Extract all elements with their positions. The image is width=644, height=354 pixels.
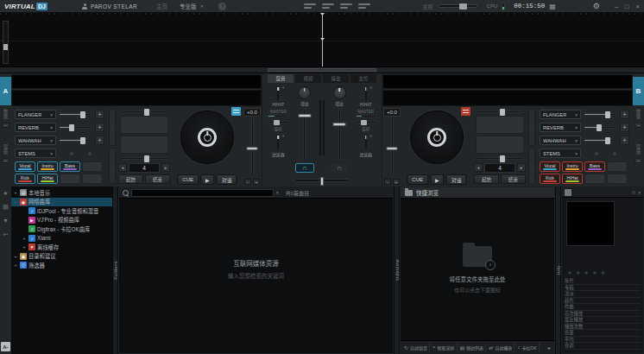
- search-input[interactable]: [131, 189, 274, 197]
- wave-layout-icon[interactable]: [340, 3, 352, 10]
- loop-out-button[interactable]: 结束: [501, 174, 526, 184]
- fx-select-dropdown[interactable]: REVERB▾: [540, 123, 581, 132]
- wave-layout-icon[interactable]: [304, 3, 316, 10]
- folders-vertical-tab[interactable]: Folders: [112, 186, 118, 354]
- chevron-down-icon[interactable]: ▾: [369, 85, 371, 90]
- fx-amount-slider[interactable]: [59, 113, 92, 116]
- chevron-down-icon[interactable]: ▾: [276, 190, 279, 195]
- stems-dropdown[interactable]: STEMS▾: [540, 149, 581, 158]
- stem-pad-instru[interactable]: Instru: [37, 161, 58, 172]
- user-account-button[interactable]: PAROV STELAR: [82, 3, 137, 9]
- loop-in-button[interactable]: 起始: [118, 174, 143, 184]
- blank-pad[interactable]: [607, 174, 628, 184]
- blank-pad[interactable]: [607, 161, 628, 172]
- pitch-slider[interactable]: [391, 118, 394, 177]
- pad-button[interactable]: [120, 136, 168, 154]
- collapse-button[interactable]: −: [635, 158, 642, 163]
- loop-out-button[interactable]: 结束: [145, 174, 170, 184]
- sideview-drop-zone[interactable]: › 将任意文件夹拖至此处 也可以点击下面图标: [401, 199, 554, 340]
- toolbar-sampler[interactable]: ×智能采样: [431, 343, 458, 352]
- fx-amount-slider[interactable]: [584, 126, 617, 129]
- stem-pad-kick[interactable]: Kick: [540, 174, 560, 184]
- crossfader[interactable]: [294, 179, 350, 182]
- stem-knob[interactable]: [612, 151, 617, 156]
- maximize-button[interactable]: □: [625, 3, 629, 10]
- chevron-down-icon[interactable]: ▾: [638, 190, 641, 195]
- chevron-down-icon[interactable]: ▾: [282, 85, 284, 90]
- toolbar-sidelist[interactable]: ▤侧边列表: [458, 343, 487, 352]
- tree-item-offline-cache[interactable]: + ▼ 离线缓存: [11, 243, 112, 252]
- tree-item-xiami[interactable]: + ♪ Xiami: [11, 234, 112, 243]
- loop-length-value[interactable]: 4: [129, 163, 160, 173]
- sideview-vertical-tab[interactable]: sideview: [394, 186, 400, 354]
- stem-knob[interactable]: [594, 151, 599, 156]
- tree-item-filters[interactable]: + ▽ 筛选器: [11, 261, 112, 270]
- pad-param-slider[interactable]: [120, 111, 168, 113]
- stem-pad-hihat[interactable]: HiHat: [562, 174, 583, 184]
- gear-icon[interactable]: ⚙: [593, 2, 600, 10]
- tree-item-digitrax[interactable]: ♫ Digitrax - 卡拉OK曲库: [11, 224, 112, 234]
- fx-activate-button[interactable]: +: [620, 123, 629, 132]
- channel-volume-fader[interactable]: [303, 109, 306, 161]
- edition-dropdown[interactable]: 专业版 ▾: [180, 2, 203, 10]
- stem-pad-bass[interactable]: Bass: [584, 161, 605, 172]
- stem-pad-bass[interactable]: Bass: [60, 161, 80, 172]
- stems-dropdown[interactable]: STEMS▾: [15, 149, 56, 158]
- deck-a-title-strip[interactable]: [11, 74, 262, 89]
- favorites-star-icon[interactable]: ★: [3, 190, 8, 196]
- minimize-button[interactable]: –: [615, 3, 618, 10]
- tree-item-online-catalogs[interactable]: - ◉ 网络曲库: [11, 198, 112, 207]
- pitch-minus-button[interactable]: −: [384, 179, 391, 185]
- tree-item-vjpro[interactable]: ▶ VJ'Pro - 视频曲库: [11, 216, 112, 225]
- section-grip[interactable]: ⋮: [109, 109, 116, 146]
- fx-amount-slider[interactable]: [584, 139, 617, 142]
- filter-knob[interactable]: [365, 134, 367, 150]
- font-size-button[interactable]: A-: [1, 342, 10, 351]
- prelisten-box-icon[interactable]: [565, 189, 571, 196]
- stem-pad-vocal[interactable]: Vocal: [540, 161, 560, 172]
- loop-double-button[interactable]: ▸: [517, 163, 526, 172]
- loop-half-button[interactable]: ◂: [474, 163, 483, 172]
- info-vertical-tab[interactable]: Info: [555, 186, 561, 354]
- fx-activate-button[interactable]: +: [95, 136, 104, 145]
- loop-half-button[interactable]: ◂: [118, 163, 127, 172]
- pitch-slider[interactable]: [251, 118, 254, 177]
- pad-param-slider[interactable]: [476, 111, 524, 113]
- jog-wheel[interactable]: [180, 111, 234, 164]
- fx-activate-button[interactable]: +: [620, 136, 629, 145]
- cue-mix-slider[interactable]: [267, 121, 289, 123]
- pad-button[interactable]: [476, 136, 524, 154]
- pitch-plus-button[interactable]: +: [393, 179, 400, 185]
- back-icon[interactable]: ↩: [3, 231, 9, 237]
- collapse-button[interactable]: −: [2, 158, 9, 163]
- gain-knob[interactable]: [298, 86, 311, 99]
- chevron-down-icon[interactable]: ▾: [369, 134, 371, 138]
- master-volume-slider[interactable]: [438, 4, 477, 8]
- pitch-minus-button[interactable]: −: [244, 179, 251, 185]
- toolbar-more-arrow[interactable]: ▸: [546, 345, 552, 351]
- deck-b-tab[interactable]: B: [633, 77, 644, 105]
- blank-pad[interactable]: [60, 174, 80, 184]
- stem-pad-hihat[interactable]: HiHat: [37, 174, 58, 184]
- stem-knob[interactable]: [87, 151, 92, 156]
- cue-button[interactable]: CUE: [177, 174, 199, 185]
- gain-knob[interactable]: [333, 86, 346, 99]
- stem-eq-knob[interactable]: [365, 85, 367, 102]
- loop-double-button[interactable]: ▸: [161, 163, 170, 172]
- tree-item-local-music[interactable]: + ▤ 本地音乐: [11, 188, 112, 198]
- blank-pad[interactable]: [82, 174, 103, 184]
- cue-button[interactable]: CUE: [407, 174, 428, 185]
- deck-a-tab[interactable]: A: [0, 77, 11, 105]
- pad-param-slider[interactable]: [476, 157, 524, 160]
- wave-layout-icon[interactable]: [358, 3, 370, 10]
- stem-pad-kick[interactable]: Kick: [15, 174, 35, 184]
- wave-layout-icon[interactable]: [322, 3, 334, 10]
- tab-master[interactable]: 主控: [350, 74, 376, 83]
- rating-stars[interactable]: ★ ★ ★ ★ ★: [567, 269, 643, 276]
- blank-pad[interactable]: [584, 174, 605, 184]
- headphone-cue-button[interactable]: ∩: [295, 163, 314, 173]
- filter-knob[interactable]: [277, 134, 279, 150]
- deck-a-wave-strip[interactable]: [11, 90, 262, 106]
- playlist-icon[interactable]: ▤: [3, 204, 9, 210]
- blank-pad[interactable]: [82, 161, 103, 172]
